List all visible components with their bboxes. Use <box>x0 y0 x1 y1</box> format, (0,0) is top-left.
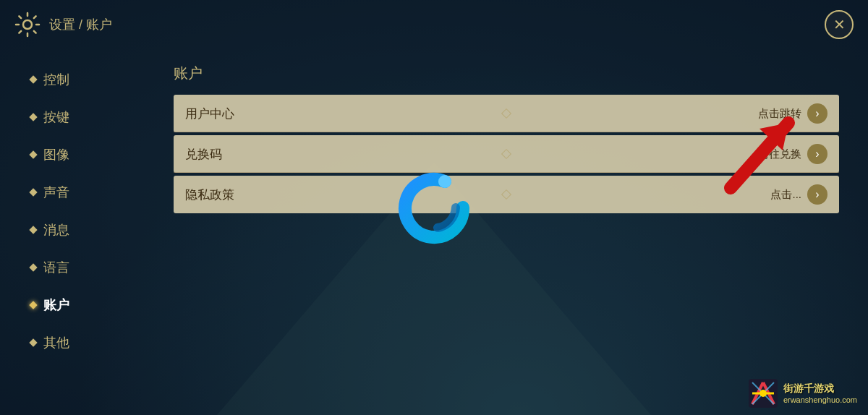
red-arrow <box>716 116 803 202</box>
svg-point-0 <box>23 20 32 29</box>
watermark: 街游千游戏 erwanshenghuo.com <box>749 379 857 408</box>
diamond-icon-active <box>29 301 37 309</box>
sidebar-item-image[interactable]: 图像 <box>22 139 159 171</box>
sidebar-item-other[interactable]: 其他 <box>22 327 159 359</box>
close-button[interactable]: ✕ <box>825 10 854 39</box>
breadcrumb: 设置 / 账户 <box>49 16 112 33</box>
sidebar-item-control[interactable]: 控制 <box>22 64 159 95</box>
watermark-url: erwanshenghuo.com <box>783 395 857 404</box>
sidebar-item-sound[interactable]: 声音 <box>22 176 159 208</box>
section-title: 账户 <box>174 64 839 83</box>
svg-point-1 <box>438 175 451 188</box>
svg-point-10 <box>760 390 767 397</box>
menu-row-label: 隐私政策 <box>185 187 770 203</box>
gear-icon <box>14 12 41 38</box>
watermark-logo-icon <box>749 379 778 408</box>
header: 设置 / 账户 ✕ <box>0 0 868 49</box>
menu-row-label: 用户中心 <box>185 106 758 122</box>
arrow-right-icon: › <box>807 103 827 124</box>
sidebar-item-language[interactable]: 语言 <box>22 252 159 283</box>
sidebar-item-message[interactable]: 消息 <box>22 214 159 246</box>
diamond-icon <box>29 338 37 346</box>
arrow-right-icon: › <box>807 184 827 205</box>
diamond-icon <box>29 188 37 196</box>
diamond-icon <box>29 113 37 121</box>
diamond-icon <box>29 226 37 234</box>
diamond-icon <box>29 263 37 271</box>
sidebar: 控制 按键 图像 声音 消息 语言 <box>0 49 159 415</box>
diamond-icon <box>29 150 37 158</box>
watermark-info: 街游千游戏 erwanshenghuo.com <box>783 382 857 404</box>
sidebar-item-account[interactable]: 账户 <box>22 289 159 321</box>
menu-row-label: 兑换码 <box>185 146 758 163</box>
sidebar-item-keys[interactable]: 按键 <box>22 101 159 133</box>
edge-logo <box>391 164 477 251</box>
diamond-icon <box>29 75 37 83</box>
arrow-right-icon: › <box>807 144 827 164</box>
watermark-name: 街游千游戏 <box>783 382 857 395</box>
content-area: 账户 用户中心 点击跳转 › 兑换码 前往兑换 › <box>159 49 868 415</box>
